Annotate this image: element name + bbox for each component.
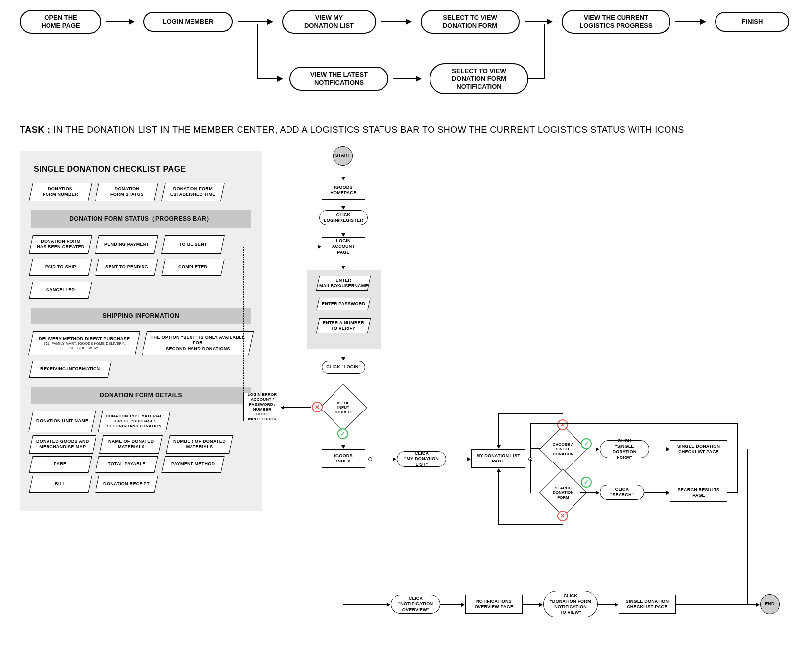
flow-click-login-btn: CLICK "LOGIN"	[322, 361, 365, 374]
chip-receipt: DONATION RECEIPT	[95, 476, 158, 493]
flow-click-notif-overview: CLICK"NOTIFICATIONOVERVIEW"	[391, 595, 440, 614]
top-step-select-form: SELECT TO VIEWDONATION FORM	[421, 10, 520, 34]
chip-sent-to-pending: SENT TO PENDING	[95, 259, 158, 276]
connector	[281, 407, 311, 408]
top-step-open-home: OPEN THEHOME PAGE	[20, 10, 101, 34]
arrow-icon	[257, 24, 258, 78]
arrow-icon	[525, 21, 552, 22]
chip-sent-note: THE OPTION "SENT" IS ONLY AVAILABLE FORS…	[142, 331, 254, 355]
top-step-view-list: VIEW MYDONATION LIST	[282, 10, 376, 34]
chip-established-time: DONATION FORMESTABLISHED TIME	[161, 183, 225, 201]
connector	[343, 225, 343, 236]
chip-receiving-info: RECEIVING INFORMATION	[29, 361, 111, 378]
flow-login-page: LOGINACCOUNT PAGE	[322, 237, 365, 256]
chip-paid-to-ship: PAID TO SHIP	[29, 259, 92, 276]
connector	[498, 413, 563, 414]
flow-homepage: IGOODSHOMEPAGE	[322, 181, 365, 200]
connector	[343, 424, 343, 448]
flow-choose-single: CHOOSE ASINGLE DONATION	[539, 425, 587, 473]
connector	[580, 492, 599, 493]
connector	[737, 423, 738, 493]
flow-enter-code: ENTER A NUMBERTO VERIFY	[316, 318, 371, 333]
cross-icon: ✕	[312, 402, 323, 412]
chip-fare: FARE	[29, 456, 92, 473]
connector	[523, 604, 542, 605]
connector	[747, 449, 748, 605]
connector	[530, 423, 737, 424]
flow-search-results: SEARCH RESULTSPAGE	[670, 484, 727, 502]
arrow-icon	[393, 78, 421, 79]
top-branch-select-notif: SELECT TO VIEWDONATION FORMNOTIFICATION	[430, 63, 528, 94]
checklist-panel: SINGLE DONATION CHECKLIST PAGE DONATIONF…	[20, 151, 262, 511]
connector	[747, 604, 759, 605]
chip-bill: BILL	[29, 476, 92, 493]
connector	[343, 200, 343, 209]
connector	[343, 256, 343, 269]
chip-created: DONATION FORMHAS BEEN CREATED	[29, 235, 92, 254]
connector-dashed	[243, 247, 321, 247]
top-step-logistics: VIEW THE CURRENTLOGISTICS PROGRESS	[562, 10, 670, 34]
chip-completed: COMPLETED	[161, 259, 224, 276]
section-progress-bar: DONATION FORM STATUS（PROGRESS BAR）	[31, 210, 251, 228]
chip-unit-name: DONATION UNIT NAME	[28, 411, 96, 432]
connector	[440, 604, 464, 605]
chip-payment-method: PAYMENT METHOD	[161, 456, 224, 473]
arrow-icon	[318, 245, 321, 249]
flow-search-form: SEARCHDONATIONFORM	[539, 469, 587, 516]
top-step-finish: FINISH	[715, 12, 789, 32]
chip-form-number: DONATIONFORM NUMBER	[29, 183, 92, 201]
connector	[343, 166, 343, 180]
connector-dashed	[243, 247, 244, 406]
flow-my-list-page: MY DONATION LISTPAGE	[471, 449, 525, 468]
flow-click-notif-to-view: CLICK"DONATION FORMNOTIFICATIONTO VIEW"	[543, 591, 598, 617]
connector	[446, 459, 470, 459]
arrow-icon	[257, 78, 282, 79]
flow-click-search: CLICK"SEARCH"	[600, 485, 644, 500]
chip-delivery-method: DELIVERY METHOD DIRECT PURCHASE711, FAMI…	[28, 331, 140, 355]
section-details: DONATION FORM DETAILS	[31, 387, 251, 404]
flow-click-my-list: CLICK"MY DONATION LIST"	[397, 451, 446, 467]
flow-enter-pass: ENTER PASSWORD	[316, 298, 371, 310]
flow-click-single-form: CLICK"SINGLE DONATIONFORM"	[600, 440, 649, 458]
chip-pending-payment: PENDING PAYMENT	[95, 235, 158, 254]
flow-single-checklist-2: SINGLE DONATIONCHECKLIST PAGE	[619, 595, 676, 614]
connector	[498, 413, 499, 448]
connector	[343, 468, 343, 604]
arrow-icon	[106, 21, 134, 22]
panel-title: SINGLE DONATION CHECKLIST PAGE	[34, 165, 251, 174]
connector	[563, 510, 563, 524]
flow-is-correct: IS THEINPUTCORRECT	[320, 384, 367, 431]
check-icon: ✓	[581, 438, 592, 449]
chip-goods-map: DONATED GOODS ANDMERCHANDISE MAP	[29, 435, 96, 454]
connector	[580, 449, 599, 449]
flow-igoods-index: IGOODSINDEX	[322, 449, 365, 468]
connector	[644, 492, 669, 493]
flow-single-checklist: SINGLE DONATIONCHECKLIST PAGE	[670, 440, 727, 458]
connector	[343, 604, 390, 605]
connector	[598, 604, 618, 605]
arrow-icon	[381, 21, 411, 22]
connector	[498, 469, 499, 524]
arrow-icon	[238, 21, 272, 22]
connector	[676, 604, 747, 605]
section-shipping: SHIPPING INFORMATION	[31, 308, 251, 324]
flow-login-error: LOGIN ERRORACCOUNT /PASSWORD /NUMBER COD…	[243, 393, 281, 421]
chip-material-qty: NUMBER OF DONATEDMATERIALS	[166, 435, 233, 454]
flow-notif-overview-page: NOTIFICATIONSOVERVIEW PAGE	[465, 595, 523, 614]
arrow-icon	[675, 21, 705, 22]
connector	[372, 459, 396, 459]
connector	[528, 78, 545, 79]
connector	[530, 459, 531, 493]
junction-dot	[368, 457, 372, 461]
chip-to-be-sent: TO BE SENT	[161, 235, 225, 254]
top-branch-notifications: VIEW THE LATESTNOTIFICATIONS	[289, 67, 388, 91]
chip-material-name: NAME OF DONATEDMATERIALS	[99, 435, 163, 454]
flow-enter-user: ENTERMAILBOX/USERNAME	[316, 276, 371, 291]
connector	[727, 492, 737, 493]
connector	[343, 349, 343, 360]
check-icon: ✓	[581, 477, 592, 488]
main-flowchart: START IGOODSHOMEPAGE CLICKLOGIN/REGISTER…	[277, 146, 802, 661]
flow-end: END	[760, 594, 780, 614]
connector	[530, 423, 531, 458]
connector	[649, 449, 669, 449]
